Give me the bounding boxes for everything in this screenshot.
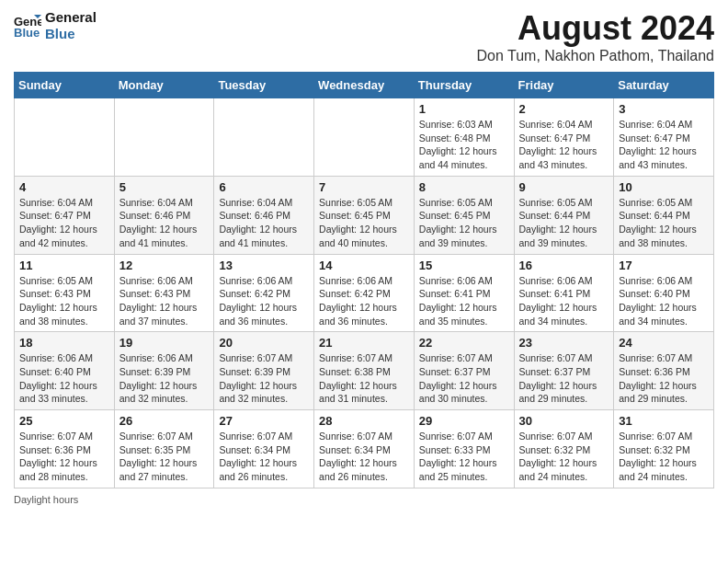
day-info: Sunrise: 6:07 AM Sunset: 6:34 PM Dayligh…: [319, 430, 409, 484]
day-info: Sunrise: 6:05 AM Sunset: 6:44 PM Dayligh…: [519, 196, 609, 250]
day-cell: 17Sunrise: 6:06 AM Sunset: 6:40 PM Dayli…: [614, 254, 714, 332]
day-cell: 12Sunrise: 6:06 AM Sunset: 6:43 PM Dayli…: [114, 254, 214, 332]
main-title: August 2024: [476, 9, 714, 48]
day-info: Sunrise: 6:04 AM Sunset: 6:46 PM Dayligh…: [119, 196, 210, 250]
logo-blue: Blue: [45, 26, 97, 42]
day-info: Sunrise: 6:07 AM Sunset: 6:35 PM Dayligh…: [119, 430, 210, 484]
day-cell: 23Sunrise: 6:07 AM Sunset: 6:37 PM Dayli…: [514, 332, 614, 410]
day-cell: 29Sunrise: 6:07 AM Sunset: 6:33 PM Dayli…: [414, 410, 514, 488]
week-row-4: 18Sunrise: 6:06 AM Sunset: 6:40 PM Dayli…: [15, 332, 714, 410]
header-day-sunday: Sunday: [15, 73, 115, 98]
day-number: 4: [19, 180, 109, 194]
day-cell: 10Sunrise: 6:05 AM Sunset: 6:44 PM Dayli…: [614, 176, 714, 254]
day-number: 14: [319, 259, 409, 272]
day-info: Sunrise: 6:05 AM Sunset: 6:45 PM Dayligh…: [319, 196, 409, 250]
header-day-wednesday: Wednesday: [314, 73, 415, 98]
day-number: 1: [419, 102, 509, 116]
day-cell: 31Sunrise: 6:07 AM Sunset: 6:32 PM Dayli…: [614, 410, 714, 488]
day-info: Sunrise: 6:06 AM Sunset: 6:41 PM Dayligh…: [519, 274, 609, 328]
footer: Daylight hours: [14, 494, 714, 505]
day-info: Sunrise: 6:07 AM Sunset: 6:37 PM Dayligh…: [419, 351, 509, 406]
header-day-tuesday: Tuesday: [214, 73, 314, 98]
header-day-saturday: Saturday: [614, 73, 714, 98]
day-number: 7: [319, 180, 409, 194]
header-day-thursday: Thursday: [414, 73, 514, 98]
day-cell: 5Sunrise: 6:04 AM Sunset: 6:46 PM Daylig…: [114, 176, 214, 254]
day-number: 29: [419, 414, 509, 428]
day-cell: 19Sunrise: 6:06 AM Sunset: 6:39 PM Dayli…: [114, 332, 214, 410]
day-cell: 14Sunrise: 6:06 AM Sunset: 6:42 PM Dayli…: [314, 254, 415, 332]
day-number: 22: [419, 336, 509, 350]
day-cell: 6Sunrise: 6:04 AM Sunset: 6:46 PM Daylig…: [214, 176, 314, 254]
day-number: 24: [619, 336, 709, 350]
day-number: 3: [619, 102, 709, 116]
day-info: Sunrise: 6:06 AM Sunset: 6:40 PM Dayligh…: [19, 351, 109, 406]
day-info: Sunrise: 6:05 AM Sunset: 6:43 PM Dayligh…: [19, 274, 109, 328]
day-cell: 3Sunrise: 6:04 AM Sunset: 6:47 PM Daylig…: [614, 98, 714, 177]
day-info: Sunrise: 6:07 AM Sunset: 6:36 PM Dayligh…: [19, 430, 109, 484]
day-info: Sunrise: 6:04 AM Sunset: 6:47 PM Dayligh…: [19, 196, 109, 250]
day-number: 21: [319, 336, 409, 350]
day-cell: 28Sunrise: 6:07 AM Sunset: 6:34 PM Dayli…: [314, 410, 415, 488]
day-number: 12: [119, 259, 210, 272]
day-cell: 27Sunrise: 6:07 AM Sunset: 6:34 PM Dayli…: [214, 410, 314, 488]
day-info: Sunrise: 6:07 AM Sunset: 6:36 PM Dayligh…: [619, 351, 709, 406]
day-cell: [214, 98, 314, 177]
day-number: 20: [219, 336, 309, 350]
header-day-monday: Monday: [114, 73, 214, 98]
day-cell: [114, 98, 214, 177]
day-info: Sunrise: 6:07 AM Sunset: 6:32 PM Dayligh…: [519, 430, 609, 484]
day-info: Sunrise: 6:07 AM Sunset: 6:39 PM Dayligh…: [219, 351, 309, 406]
day-number: 17: [619, 259, 709, 272]
day-cell: 13Sunrise: 6:06 AM Sunset: 6:42 PM Dayli…: [214, 254, 314, 332]
day-cell: 22Sunrise: 6:07 AM Sunset: 6:37 PM Dayli…: [414, 332, 514, 410]
day-info: Sunrise: 6:04 AM Sunset: 6:46 PM Dayligh…: [219, 196, 309, 250]
header-day-friday: Friday: [514, 73, 614, 98]
day-cell: 30Sunrise: 6:07 AM Sunset: 6:32 PM Dayli…: [514, 410, 614, 488]
day-number: 5: [119, 180, 210, 194]
day-info: Sunrise: 6:06 AM Sunset: 6:41 PM Dayligh…: [419, 274, 509, 328]
subtitle: Don Tum, Nakhon Pathom, Thailand: [476, 48, 714, 64]
day-number: 25: [19, 414, 109, 428]
week-row-1: 1Sunrise: 6:03 AM Sunset: 6:48 PM Daylig…: [15, 98, 714, 177]
title-block: August 2024 Don Tum, Nakhon Pathom, Thai…: [476, 9, 714, 64]
day-cell: 11Sunrise: 6:05 AM Sunset: 6:43 PM Dayli…: [15, 254, 115, 332]
svg-text:Blue: Blue: [14, 26, 40, 39]
logo-icon: General Blue: [14, 13, 41, 39]
day-cell: 7Sunrise: 6:05 AM Sunset: 6:45 PM Daylig…: [314, 176, 415, 254]
day-info: Sunrise: 6:07 AM Sunset: 6:37 PM Dayligh…: [519, 351, 609, 406]
day-info: Sunrise: 6:04 AM Sunset: 6:47 PM Dayligh…: [519, 118, 609, 172]
day-number: 30: [519, 414, 609, 428]
day-cell: 20Sunrise: 6:07 AM Sunset: 6:39 PM Dayli…: [214, 332, 314, 410]
day-info: Sunrise: 6:04 AM Sunset: 6:47 PM Dayligh…: [619, 118, 709, 172]
day-cell: 21Sunrise: 6:07 AM Sunset: 6:38 PM Dayli…: [314, 332, 415, 410]
week-row-2: 4Sunrise: 6:04 AM Sunset: 6:47 PM Daylig…: [15, 176, 714, 254]
day-number: 27: [219, 414, 309, 428]
header-row: SundayMondayTuesdayWednesdayThursdayFrid…: [15, 73, 714, 98]
day-cell: [314, 98, 415, 177]
day-cell: 9Sunrise: 6:05 AM Sunset: 6:44 PM Daylig…: [514, 176, 614, 254]
day-cell: 24Sunrise: 6:07 AM Sunset: 6:36 PM Dayli…: [614, 332, 714, 410]
day-number: 18: [19, 336, 109, 350]
day-number: 16: [519, 259, 609, 272]
logo: General Blue General Blue: [14, 9, 97, 42]
day-cell: 2Sunrise: 6:04 AM Sunset: 6:47 PM Daylig…: [514, 98, 614, 177]
day-number: 26: [119, 414, 210, 428]
day-info: Sunrise: 6:05 AM Sunset: 6:45 PM Dayligh…: [419, 196, 509, 250]
day-number: 2: [519, 102, 609, 116]
day-info: Sunrise: 6:07 AM Sunset: 6:38 PM Dayligh…: [319, 351, 409, 406]
day-number: 9: [519, 180, 609, 194]
day-cell: [15, 98, 115, 177]
day-info: Sunrise: 6:06 AM Sunset: 6:40 PM Dayligh…: [619, 274, 709, 328]
day-cell: 25Sunrise: 6:07 AM Sunset: 6:36 PM Dayli…: [15, 410, 115, 488]
calendar-table: SundayMondayTuesdayWednesdayThursdayFrid…: [14, 72, 714, 488]
day-info: Sunrise: 6:07 AM Sunset: 6:34 PM Dayligh…: [219, 430, 309, 484]
day-cell: 18Sunrise: 6:06 AM Sunset: 6:40 PM Dayli…: [15, 332, 115, 410]
page-header: General Blue General Blue August 2024 Do…: [14, 9, 714, 64]
day-number: 15: [419, 259, 509, 272]
day-info: Sunrise: 6:06 AM Sunset: 6:39 PM Dayligh…: [119, 351, 210, 406]
day-cell: 26Sunrise: 6:07 AM Sunset: 6:35 PM Dayli…: [114, 410, 214, 488]
day-info: Sunrise: 6:06 AM Sunset: 6:42 PM Dayligh…: [219, 274, 309, 328]
day-number: 6: [219, 180, 309, 194]
day-cell: 8Sunrise: 6:05 AM Sunset: 6:45 PM Daylig…: [414, 176, 514, 254]
